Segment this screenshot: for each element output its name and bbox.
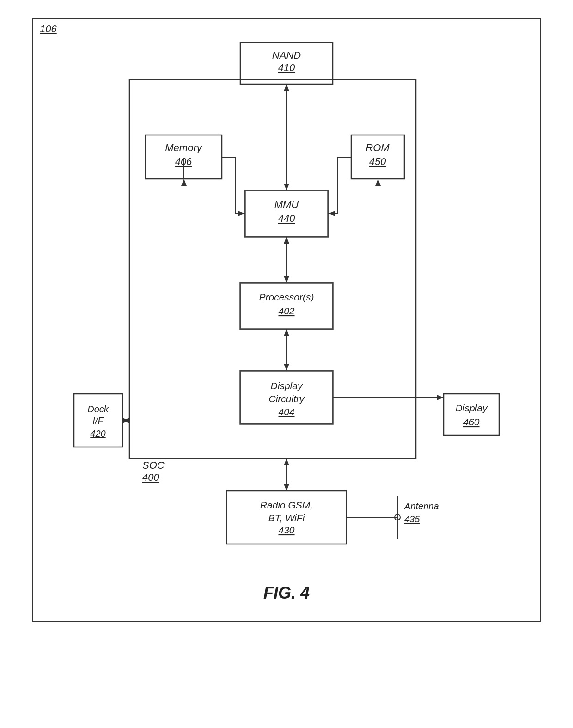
svg-line-16 (222, 157, 245, 214)
svg-text:Display: Display (271, 380, 303, 391)
svg-marker-34 (284, 276, 289, 283)
svg-marker-21 (215, 154, 222, 160)
svg-marker-32 (375, 179, 381, 186)
svg-text:I/F: I/F (92, 416, 104, 426)
svg-text:Memory: Memory (165, 142, 202, 153)
svg-text:Radio GSM,: Radio GSM, (260, 500, 313, 510)
svg-text:Antenna: Antenna (404, 501, 439, 511)
svg-text:404: 404 (278, 406, 294, 417)
svg-text:Circuitry: Circuitry (269, 393, 305, 404)
figure-id-label: 106 (40, 23, 57, 35)
figure-caption: FIG. 4 (52, 583, 521, 603)
svg-marker-22 (215, 152, 222, 163)
page-container: 106 NAND 410 Memory 406 ROM 450 MMU (32, 18, 541, 622)
svg-marker-35 (284, 237, 289, 244)
svg-text:BT, WiFi: BT, WiFi (268, 513, 305, 523)
svg-text:SOC: SOC (142, 459, 165, 471)
svg-marker-50 (284, 484, 289, 491)
svg-text:410: 410 (278, 62, 295, 73)
svg-marker-30 (328, 211, 335, 216)
svg-text:Display: Display (456, 403, 488, 413)
outer-box: 106 NAND 410 Memory 406 ROM 450 MMU (32, 18, 541, 622)
svg-text:460: 460 (463, 416, 479, 427)
svg-marker-41 (284, 329, 289, 336)
svg-marker-5 (284, 184, 289, 190)
circuit-diagram: NAND 410 Memory 406 ROM 450 MMU 440 (65, 33, 508, 569)
svg-marker-71 (437, 395, 444, 400)
svg-text:Processor(s): Processor(s) (259, 292, 314, 302)
svg-marker-26 (181, 179, 187, 186)
svg-text:MMU: MMU (274, 199, 299, 210)
svg-rect-67 (444, 394, 499, 435)
svg-marker-40 (284, 364, 289, 371)
svg-text:430: 430 (278, 525, 294, 535)
svg-marker-6 (284, 84, 289, 91)
svg-marker-20 (238, 211, 245, 216)
svg-marker-49 (284, 459, 289, 465)
svg-text:440: 440 (278, 213, 295, 224)
svg-text:435: 435 (404, 514, 420, 524)
svg-text:NAND: NAND (272, 49, 301, 61)
svg-text:Dock: Dock (87, 404, 109, 414)
svg-text:420: 420 (90, 428, 105, 439)
svg-text:402: 402 (278, 306, 294, 316)
svg-text:ROM: ROM (366, 142, 390, 153)
svg-text:400: 400 (142, 471, 159, 483)
